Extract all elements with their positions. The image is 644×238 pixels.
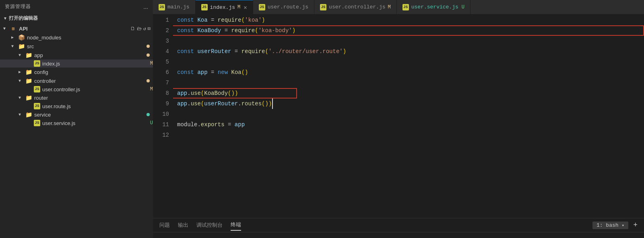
file-tree: ▼ ⊞ API 🗋 🗁 ↺ ⊟ ▶ 📦 node_modules ▼ 📁 <box>0 23 153 128</box>
collapse-icon[interactable]: ⊟ <box>148 26 151 32</box>
code-line-4: const userRouter = require ( '../router/… <box>173 46 644 57</box>
tab-output[interactable]: 输出 <box>178 220 188 230</box>
tab-terminal[interactable]: 终端 <box>231 220 241 231</box>
token: = <box>221 25 231 36</box>
code-area[interactable]: const Koa = require ( 'koa' ) const KoaB… <box>173 14 644 218</box>
tab-user-route-js-icon: JS <box>259 4 265 10</box>
tree-item-user-controller-js[interactable]: JS user.controller.js M <box>0 85 153 93</box>
controller-arrow: ▼ <box>19 79 25 83</box>
tab-main-js[interactable]: JS main.js <box>153 0 196 14</box>
code-line-10 <box>173 109 644 119</box>
line-numbers: 1 2 3 4 5 6 7 8 9 10 11 12 <box>153 14 173 218</box>
root-arrow: ▼ <box>3 27 10 31</box>
token: ( <box>255 25 258 36</box>
code-line-2: const KoaBody = require ( 'koa-body' ) <box>173 25 644 36</box>
user-service-badge: U <box>150 120 153 126</box>
tree-item-app[interactable]: ▼ 📁 app <box>0 51 153 60</box>
token: app <box>235 119 245 130</box>
line-num-7: 7 <box>153 78 169 88</box>
tree-item-service[interactable]: ▼ 📁 service <box>0 110 153 119</box>
sidebar-header-icons: ... <box>143 4 148 10</box>
new-file-icon[interactable]: 🗋 <box>130 26 135 32</box>
token: ) <box>262 15 265 25</box>
line-num-10: 10 <box>153 109 169 119</box>
line-num-11: 11 <box>153 119 169 130</box>
src-dot <box>147 45 150 48</box>
controller-dot <box>147 79 150 82</box>
token: exports <box>201 119 225 130</box>
tab-user-controller-js[interactable]: JS user.controller.js M <box>314 0 397 14</box>
token: require <box>218 15 242 25</box>
more-icon[interactable]: ... <box>143 4 148 10</box>
tree-root-api[interactable]: ▼ ⊞ API 🗋 🗁 ↺ ⊟ <box>0 24 153 33</box>
token: . <box>187 88 190 98</box>
new-terminal-button[interactable]: + <box>633 221 638 229</box>
root-label: API <box>19 26 130 32</box>
tree-item-user-route-js[interactable]: JS user.route.js <box>0 102 153 110</box>
user-controller-label: user.controller.js <box>42 86 147 92</box>
tree-item-router[interactable]: ▼ 📁 router <box>0 93 153 102</box>
code-line-9: app . use ( userRouter . routes () ) <box>173 98 644 109</box>
app-arrow: ▼ <box>19 53 25 57</box>
sidebar-header: 资源管理器 ... <box>0 0 153 13</box>
bash-selector[interactable]: 1: bash ▾ <box>592 222 628 229</box>
tree-item-src[interactable]: ▼ 📁 src <box>0 42 153 51</box>
tree-item-index-js[interactable]: JS index.js M <box>0 60 153 68</box>
code-line-3 <box>173 36 644 46</box>
controller-icon: 📁 <box>25 77 32 84</box>
user-route-label: user.route.js <box>42 103 153 109</box>
editor-area: JS main.js JS index.js M ✕ JS user.route… <box>153 0 644 238</box>
bash-chevron: ▾ <box>622 223 625 228</box>
src-label: src <box>27 43 147 49</box>
tab-debug-console[interactable]: 调试控制台 <box>196 220 223 230</box>
token <box>194 67 197 78</box>
refresh-icon[interactable]: ↺ <box>143 26 146 32</box>
tab-user-route-js[interactable]: JS user.route.js <box>253 0 314 14</box>
new-folder-icon[interactable]: 🗁 <box>137 26 142 32</box>
toolbar-icons: 🗋 🗁 ↺ ⊟ <box>130 26 151 32</box>
token: require <box>242 46 265 57</box>
index-js-icon: JS <box>34 60 40 67</box>
router-label: router <box>34 95 153 101</box>
src-arrow: ▼ <box>11 44 18 49</box>
token: Koa <box>231 67 241 78</box>
token: ( <box>242 15 245 25</box>
open-editors-section[interactable]: ▼ 打开的编辑器 <box>0 13 153 23</box>
line-num-9: 9 <box>153 98 169 109</box>
tree-item-node-modules[interactable]: ▶ 📦 node_modules <box>0 33 153 42</box>
router-icon: 📁 <box>25 94 32 101</box>
tab-user-service-js-label: user.service.js <box>411 4 458 10</box>
token: . <box>197 119 200 130</box>
code-line-11: module . exports = app <box>173 119 644 130</box>
tab-index-js[interactable]: JS index.js M ✕ <box>196 0 253 14</box>
tab-user-service-js[interactable]: JS user.service.js U <box>397 0 471 14</box>
tree-item-controller[interactable]: ▼ 📁 controller <box>0 76 153 85</box>
tab-bar: JS main.js JS index.js M ✕ JS user.route… <box>153 0 644 14</box>
line-num-3: 3 <box>153 36 169 46</box>
tree-item-user-service-js[interactable]: JS user.service.js U <box>0 119 153 127</box>
app-dot <box>147 53 150 57</box>
token: . <box>187 98 190 109</box>
tab-user-service-js-icon: JS <box>402 4 409 10</box>
tab-index-js-badge: M <box>237 4 240 10</box>
code-line-8: app . use ( KoaBody () ) <box>173 88 644 98</box>
router-arrow: ▼ <box>19 96 25 100</box>
line-num-12: 12 <box>153 130 169 140</box>
tab-main-js-label: main.js <box>167 4 190 10</box>
tab-problems[interactable]: 问题 <box>159 220 170 230</box>
tab-user-controller-js-icon: JS <box>320 4 326 10</box>
token: = <box>231 46 241 57</box>
token: () <box>228 88 235 98</box>
user-controller-icon: JS <box>34 86 40 92</box>
bottom-panel: 问题 输出 调试控制台 终端 1: bash ▾ + <box>153 218 644 238</box>
token: '../router/user.route' <box>268 46 343 57</box>
tree-item-config[interactable]: ▶ 📁 config <box>0 68 153 76</box>
token: use <box>191 98 201 109</box>
token: new <box>218 67 228 78</box>
token: module <box>177 119 197 130</box>
service-dot <box>147 113 150 116</box>
tab-index-js-close[interactable]: ✕ <box>244 4 247 11</box>
tab-user-service-badge: U <box>462 4 464 10</box>
token: const <box>177 25 194 36</box>
token <box>228 67 231 78</box>
